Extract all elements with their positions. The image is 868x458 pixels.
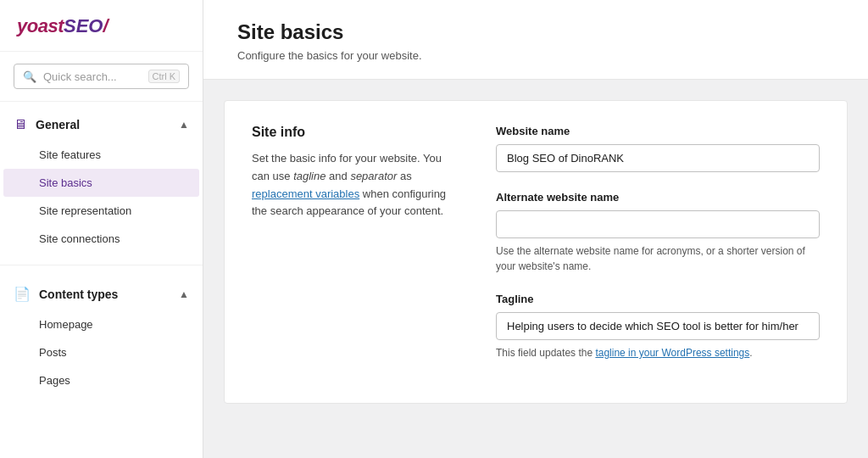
nav-content-types-title-row: 📄 Content types [14, 286, 118, 302]
search-placeholder-text: Quick search... [43, 70, 142, 83]
nav-general-header[interactable]: 🖥 General ▲ [0, 109, 203, 141]
general-chevron-icon: ▲ [179, 119, 189, 131]
tagline-input[interactable] [496, 312, 820, 340]
sidebar: yoast SEO / 🔍 Quick search... Ctrl K 🖥 G… [0, 0, 203, 458]
search-box[interactable]: 🔍 Quick search... Ctrl K [14, 64, 189, 89]
page-header: Site basics Configure the basics for you… [203, 0, 868, 80]
logo-area: yoast SEO / [0, 0, 203, 52]
nav-divider [0, 265, 203, 265]
site-info-description: Set the basic info for your website. You… [252, 150, 455, 221]
document-icon: 📄 [14, 286, 31, 302]
website-name-group: Website name [496, 125, 820, 172]
tagline-group: Tagline This field updates the tagline i… [496, 293, 820, 360]
desc-tagline: tagline [293, 170, 326, 182]
logo: yoast SEO / [17, 15, 186, 37]
page-title: Site basics [237, 20, 834, 44]
website-name-label: Website name [496, 125, 820, 137]
sidebar-item-pages[interactable]: Pages [3, 366, 199, 394]
replacement-variables-link[interactable]: replacement variables [252, 187, 359, 200]
nav-content-types-title: Content types [39, 288, 118, 301]
logo-yoast: yoast [17, 15, 64, 37]
sidebar-item-homepage[interactable]: Homepage [3, 310, 199, 338]
alt-website-name-hint: Use the alternate website name for acron… [496, 243, 820, 274]
logo-slash: / [103, 15, 108, 37]
tagline-hint: This field updates the tagline in your W… [496, 345, 820, 360]
page-subtitle: Configure the basics for your website. [237, 49, 834, 62]
desc-text-2: and [326, 170, 350, 182]
tagline-wordpress-settings-link[interactable]: tagline in your WordPress settings [595, 347, 749, 359]
tagline-label: Tagline [496, 293, 820, 305]
nav-general-section: 🖥 General ▲ Site features Site basics Si… [0, 102, 203, 260]
sidebar-item-posts[interactable]: Posts [3, 338, 199, 366]
content-types-chevron-icon: ▲ [179, 288, 189, 300]
alt-website-name-group: Alternate website name Use the alternate… [496, 191, 820, 274]
site-info-title: Site info [252, 125, 455, 140]
sidebar-item-site-features[interactable]: Site features [3, 141, 199, 169]
desc-text-3: as [397, 170, 411, 182]
form-panel: Website name Alternate website name Use … [496, 125, 820, 379]
tagline-hint-suffix: . [749, 347, 752, 359]
search-shortcut: Ctrl K [148, 70, 181, 83]
sidebar-item-site-basics[interactable]: Site basics [3, 169, 199, 197]
desc-separator: separator [350, 170, 397, 182]
sidebar-item-site-connections[interactable]: Site connections [3, 225, 199, 253]
nav-content-types-header[interactable]: 📄 Content types ▲ [0, 277, 203, 310]
monitor-icon: 🖥 [14, 117, 27, 132]
tagline-hint-prefix: This field updates the [496, 347, 595, 359]
sidebar-item-site-representation[interactable]: Site representation [3, 197, 199, 225]
website-name-input[interactable] [496, 144, 820, 172]
nav-general-title-row: 🖥 General [14, 117, 80, 132]
search-icon: 🔍 [23, 70, 36, 83]
nav-general-title: General [36, 118, 80, 131]
search-area: 🔍 Quick search... Ctrl K [0, 52, 203, 102]
nav-content-types-section: 📄 Content types ▲ Homepage Posts Pages [0, 271, 203, 401]
alt-website-name-input[interactable] [496, 210, 820, 238]
logo-seo: SEO [64, 15, 103, 37]
site-info-panel: Site info Set the basic info for your we… [252, 125, 455, 379]
main-content: Site basics Configure the basics for you… [203, 0, 868, 458]
alt-website-name-label: Alternate website name [496, 191, 820, 204]
content-area: Site info Set the basic info for your we… [224, 100, 848, 404]
